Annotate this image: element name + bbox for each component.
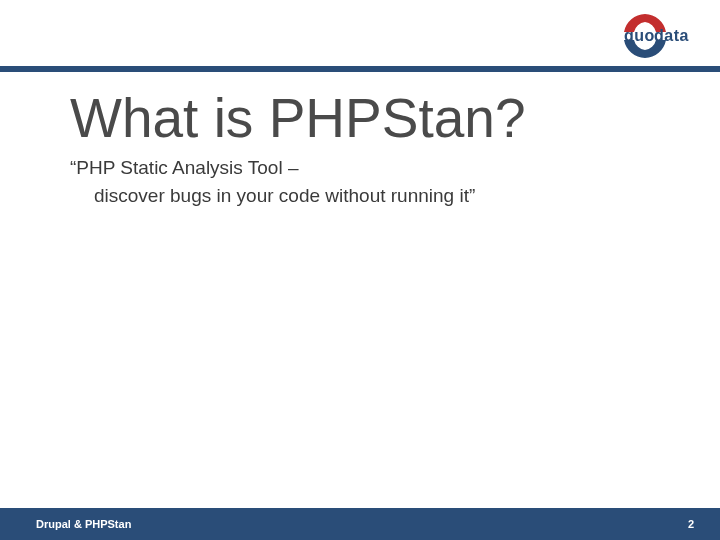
footer-bar: Drupal & PHPStan 2	[0, 508, 720, 540]
slide-content: What is PHPStan? “PHP Static Analysis To…	[70, 90, 680, 211]
footer-left: Drupal & PHPStan	[36, 518, 131, 530]
logo-text-left: quo	[624, 27, 655, 44]
slide-subtitle: “PHP Static Analysis Tool – discover bug…	[70, 154, 680, 211]
quodata-logo: quo data	[600, 10, 690, 62]
header-bar: quo data	[0, 0, 720, 72]
subtitle-line-2: discover bugs in your code without runni…	[70, 182, 680, 211]
logo-text-right: data	[654, 27, 689, 44]
subtitle-line-1: “PHP Static Analysis Tool –	[70, 154, 680, 183]
slide-title: What is PHPStan?	[70, 90, 680, 148]
page-number: 2	[688, 518, 694, 530]
